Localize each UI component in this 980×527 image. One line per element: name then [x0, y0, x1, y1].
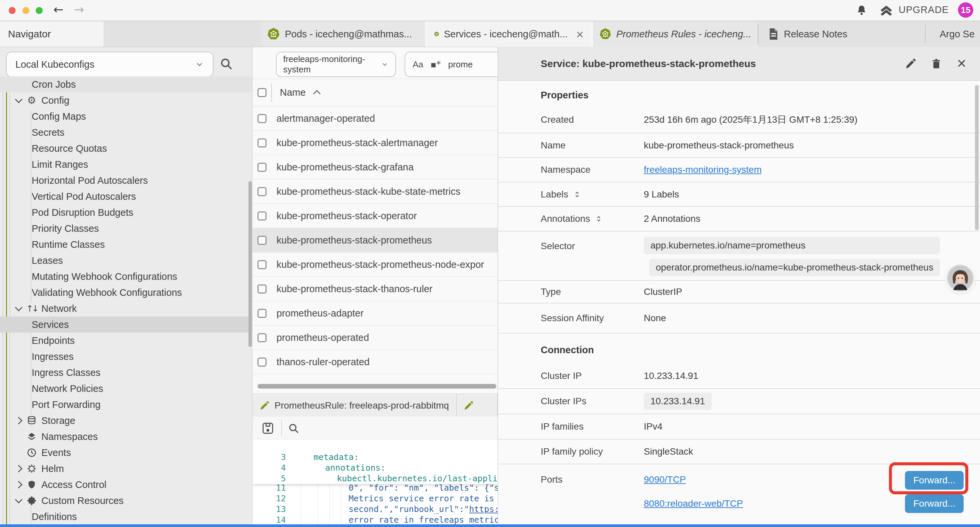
- list-item[interactable]: alertmanager-operated: [253, 107, 498, 131]
- chevron-right-icon[interactable]: [15, 465, 23, 473]
- list-item[interactable]: kube-prometheus-stack-alertmanager: [253, 131, 498, 155]
- sidebar-item-port-forwarding[interactable]: Port Forwarding: [0, 396, 253, 412]
- list-item[interactable]: thanos-ruler-operated: [253, 350, 498, 374]
- chevron-down-icon[interactable]: [15, 96, 23, 103]
- sidebar-item-definitions[interactable]: Definitions: [0, 509, 253, 525]
- tab-pods[interactable]: Pods - icecheng@mathmas...: [261, 21, 425, 47]
- row-checkbox[interactable]: [258, 187, 267, 196]
- sidebar-item-access-control[interactable]: Access Control: [0, 477, 253, 493]
- sidebar-item-runtime-classes[interactable]: Runtime Classes: [0, 236, 253, 253]
- sidebar-item-limit-ranges[interactable]: Limit Ranges: [0, 156, 253, 172]
- chevron-right-icon[interactable]: [15, 481, 23, 489]
- back-button[interactable]: ←: [53, 3, 64, 16]
- sidebar-item-cron-jobs[interactable]: Cron Jobs: [0, 76, 253, 92]
- sidebar-scrollbar[interactable]: [248, 181, 252, 347]
- name-column-header[interactable]: Name: [280, 87, 305, 98]
- upgrade-icon[interactable]: [879, 5, 893, 16]
- sidebar-item-leases[interactable]: Leases: [0, 253, 253, 269]
- list-search-input[interactable]: Aa ▪* prome: [405, 52, 498, 77]
- yaml-editor[interactable]: 11 0", "for": "nm", "labels": {"service"…: [253, 440, 498, 527]
- sidebar-item-vertical-pod-autoscalers[interactable]: Vertical Pod Autoscalers: [0, 188, 253, 204]
- expand-collapse-icon[interactable]: [595, 215, 603, 223]
- sidebar-item-ingresses[interactable]: Ingresses: [0, 349, 253, 365]
- sidebar-item-endpoints[interactable]: Endpoints: [0, 333, 253, 349]
- bell-icon[interactable]: [856, 5, 867, 16]
- sidebar-item-config-maps[interactable]: Config Maps: [0, 108, 253, 124]
- sidebar-item-network-policies[interactable]: Network Policies: [0, 381, 253, 396]
- list-item[interactable]: prometheus-adapter: [253, 301, 498, 326]
- list-item[interactable]: kube-prometheus-stack-thanos-ruler: [253, 277, 498, 301]
- tab-services[interactable]: Services - icecheng@math... ×: [428, 21, 590, 47]
- list-item[interactable]: kube-prometheus-stack-kube-state-metrics: [253, 180, 498, 204]
- namespace-selector[interactable]: freeleaps-monitoring-system: [276, 52, 396, 77]
- row-checkbox[interactable]: [258, 114, 267, 123]
- column-resize-handle[interactable]: [271, 83, 272, 102]
- port-link-8080[interactable]: 8080:reloader-web/TCP: [644, 498, 743, 509]
- row-checkbox[interactable]: [258, 333, 267, 342]
- row-checkbox[interactable]: [258, 260, 267, 269]
- tab-argo[interactable]: Argo Se: [929, 21, 980, 47]
- sidebar-item-events[interactable]: Events: [0, 444, 253, 461]
- sidebar-item-network[interactable]: ↑↓ Network: [0, 301, 253, 317]
- sidebar-item-config[interactable]: ⚙ Config: [0, 92, 253, 108]
- panel-scrollbar[interactable]: [975, 85, 978, 230]
- tab-prometheus-rules[interactable]: Prometheus Rules - icecheng...: [593, 21, 757, 47]
- user-avatar[interactable]: [946, 264, 974, 292]
- regex-toggle[interactable]: ▪*: [431, 59, 441, 69]
- sidebar-item-priority-classes[interactable]: Priority Classes: [0, 220, 253, 236]
- chevron-right-icon[interactable]: [15, 417, 23, 425]
- row-checkbox[interactable]: [258, 212, 267, 220]
- sidebar-item-ingress-classes[interactable]: Ingress Classes: [0, 365, 253, 381]
- row-checkbox[interactable]: [258, 285, 267, 293]
- save-icon[interactable]: [262, 422, 274, 435]
- sidebar-item-pod-disruption-budgets[interactable]: Pod Disruption Budgets: [0, 204, 253, 220]
- list-item[interactable]: kube-prometheus-stack-prometheus-node-ex…: [253, 253, 498, 277]
- row-checkbox[interactable]: [258, 309, 267, 318]
- delete-trash-icon[interactable]: [931, 58, 941, 69]
- select-all-checkbox[interactable]: [258, 88, 267, 97]
- row-checkbox[interactable]: [258, 163, 267, 172]
- list-item[interactable]: kube-prometheus-stack-operator: [253, 204, 498, 228]
- port-link-9090[interactable]: 9090/TCP: [644, 474, 743, 485]
- close-tab-icon[interactable]: ×: [576, 29, 584, 40]
- row-checkbox[interactable]: [258, 358, 267, 366]
- sort-ascending-icon[interactable]: [313, 90, 321, 98]
- close-traffic-light[interactable]: [9, 7, 16, 14]
- list-item[interactable]: kube-prometheus-stack-grafana: [253, 155, 498, 180]
- sidebar-item-resource-quotas[interactable]: Resource Quotas: [0, 140, 253, 156]
- annotations-count[interactable]: 2 Annotations: [644, 213, 700, 224]
- forward-button-8080[interactable]: Forward...: [905, 494, 964, 513]
- runbook-url-link[interactable]: https://net: [469, 504, 498, 514]
- row-checkbox[interactable]: [258, 236, 267, 245]
- editor-search-icon[interactable]: [288, 423, 299, 434]
- kubeconfig-selector[interactable]: Local Kubeconfigs: [6, 52, 213, 77]
- sidebar-search-icon[interactable]: [220, 57, 233, 70]
- forward-button[interactable]: →: [74, 3, 84, 16]
- namespace-link[interactable]: freeleaps-monitoring-system: [644, 164, 762, 175]
- edit-pencil-icon[interactable]: [905, 58, 916, 69]
- horizontal-scrollbar[interactable]: [258, 384, 496, 388]
- list-item[interactable]: prometheus-operated: [253, 326, 498, 350]
- upgrade-label[interactable]: UPGRADE: [899, 4, 949, 15]
- sidebar-item-custom-resources[interactable]: Custom Resources: [0, 493, 253, 509]
- sidebar-item-secrets[interactable]: Secrets: [0, 124, 253, 140]
- tab-release-notes[interactable]: Release Notes: [762, 21, 922, 47]
- sidebar-item-horizontal-pod-autoscalers[interactable]: Horizontal Pod Autoscalers: [0, 172, 253, 188]
- sidebar-item-validating-webhook-configurations[interactable]: Validating Webhook Configurations: [0, 285, 253, 301]
- maximize-traffic-light[interactable]: [36, 7, 43, 14]
- sidebar-item-storage[interactable]: Storage: [0, 412, 253, 428]
- labels-count[interactable]: 9 Labels: [644, 189, 679, 200]
- editor-tab-prometheusrule[interactable]: PrometheusRule: freeleaps-prod-rabbitmq: [253, 394, 457, 417]
- editor-tab-next[interactable]: [457, 394, 498, 417]
- chevron-down-icon[interactable]: [15, 304, 23, 312]
- sidebar-item-mutating-webhook-configurations[interactable]: Mutating Webhook Configurations: [0, 269, 253, 285]
- row-checkbox[interactable]: [258, 139, 267, 147]
- close-panel-icon[interactable]: ✕: [957, 57, 967, 70]
- sidebar-item-services[interactable]: Services: [0, 317, 253, 333]
- sidebar-item-namespaces[interactable]: Namespaces: [0, 428, 253, 444]
- expand-collapse-icon[interactable]: [573, 191, 581, 199]
- sidebar-item-helm[interactable]: Helm: [0, 461, 253, 477]
- notification-badge[interactable]: 15: [958, 2, 973, 18]
- chevron-down-icon[interactable]: [15, 496, 23, 504]
- navigator-tab[interactable]: Navigator: [0, 21, 104, 47]
